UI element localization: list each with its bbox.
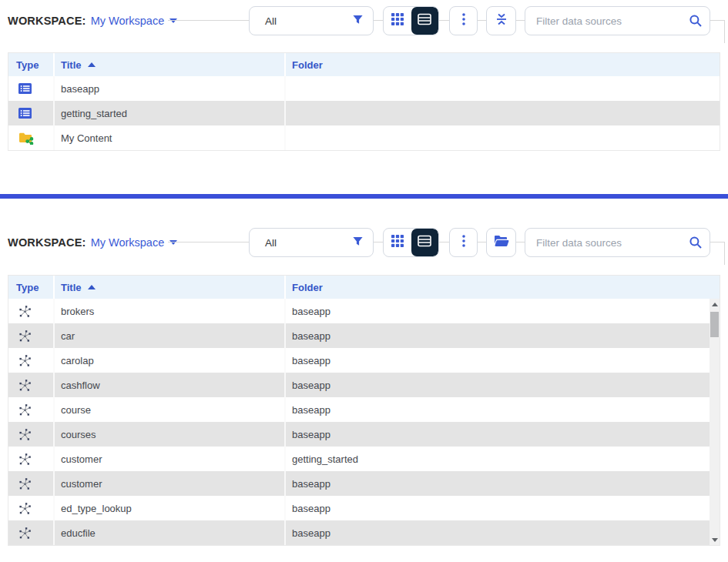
scroll-up-arrow-icon[interactable]	[710, 299, 720, 309]
data-source-icon	[18, 354, 32, 367]
row-folder	[286, 101, 720, 125]
table-row[interactable]: baseapp	[8, 76, 720, 101]
table-row[interactable]: carbaseapp	[8, 323, 720, 348]
row-type-cell	[8, 422, 55, 447]
connector-line	[478, 242, 486, 243]
table-row[interactable]: customerbaseapp	[8, 471, 720, 496]
workspace-label: WORKSPACE:	[8, 236, 86, 249]
table-row[interactable]: coursebaseapp	[8, 397, 720, 422]
column-header-type[interactable]: Type	[8, 276, 55, 299]
connector-line	[478, 20, 486, 21]
type-filter-dropdown[interactable]: All	[249, 6, 374, 35]
row-type-cell	[8, 299, 55, 323]
collapse-button[interactable]	[486, 6, 516, 35]
list-view-button[interactable]	[411, 229, 439, 256]
row-type-cell	[8, 125, 55, 150]
grid-view-icon	[391, 235, 404, 250]
kebab-menu-icon	[462, 13, 465, 28]
scroll-down-arrow-icon[interactable]	[710, 534, 720, 545]
funnel-icon	[352, 236, 364, 250]
row-folder: baseapp	[286, 397, 720, 422]
table-row[interactable]: coursesbaseapp	[8, 422, 720, 447]
type-filter-value: All	[265, 15, 277, 27]
kebab-menu-icon	[462, 235, 465, 250]
row-type-cell	[8, 348, 55, 373]
list-view-icon	[418, 13, 431, 28]
table-row[interactable]: getting_started	[8, 101, 720, 125]
grid-view-button[interactable]	[384, 229, 411, 256]
row-type-cell	[8, 447, 55, 471]
row-title: getting_started	[55, 101, 286, 125]
connector-line	[374, 20, 383, 21]
panel-top: WORKSPACE: My Workspace All	[0, 0, 728, 194]
row-folder	[286, 125, 720, 150]
type-filter-value: All	[265, 237, 277, 249]
more-options-button[interactable]	[449, 228, 478, 257]
row-title: courses	[55, 422, 286, 447]
data-source-icon	[18, 428, 32, 441]
row-folder: getting_started	[286, 447, 720, 471]
vertical-scrollbar[interactable]	[710, 299, 720, 545]
application-folder-icon	[18, 82, 32, 95]
table-row[interactable]: customergetting_started	[8, 447, 720, 471]
row-type-cell	[8, 323, 55, 348]
row-title: cashflow	[55, 373, 286, 397]
column-header-type[interactable]: Type	[8, 53, 55, 76]
search-input[interactable]	[535, 15, 685, 28]
row-type-cell	[8, 397, 55, 422]
column-label: Title	[61, 282, 82, 293]
open-folder-button[interactable]	[486, 228, 516, 257]
table-row[interactable]: cashflowbaseapp	[8, 373, 720, 397]
table-row[interactable]: ed_type_lookupbaseapp	[8, 496, 720, 520]
workspace-name: My Workspace	[91, 15, 165, 27]
table-row[interactable]: My Content	[8, 125, 720, 150]
connector-line	[724, 20, 725, 43]
list-view-button[interactable]	[411, 7, 439, 35]
data-source-icon	[18, 477, 32, 490]
row-folder: baseapp	[286, 299, 720, 323]
table-row[interactable]: brokersbaseapp	[8, 299, 720, 323]
column-header-title[interactable]: Title	[55, 53, 286, 76]
open-folder-icon	[494, 235, 509, 250]
connector-line	[516, 242, 525, 243]
column-header-folder[interactable]: Folder	[286, 53, 720, 76]
column-label: Title	[61, 59, 82, 71]
search-icon[interactable]	[689, 236, 703, 253]
row-type-cell	[8, 373, 55, 397]
table-header: Type Title Folder	[8, 53, 720, 76]
table-row[interactable]: carolapbaseapp	[8, 348, 720, 373]
workspace-selector[interactable]: WORKSPACE: My Workspace	[8, 228, 177, 257]
search-input[interactable]	[535, 236, 685, 249]
scrollbar-thumb[interactable]	[710, 312, 719, 337]
row-folder	[286, 76, 720, 101]
more-options-button[interactable]	[449, 6, 478, 35]
row-title: brokers	[55, 299, 286, 323]
column-label: Type	[16, 282, 39, 293]
row-folder: baseapp	[286, 471, 720, 496]
connector-line	[439, 242, 449, 243]
row-type-cell	[8, 496, 55, 520]
search-field	[525, 6, 710, 35]
column-header-folder[interactable]: Folder	[286, 276, 720, 299]
connector-line	[710, 242, 725, 243]
data-source-icon	[18, 527, 32, 540]
search-icon[interactable]	[689, 14, 703, 31]
column-label: Folder	[292, 59, 323, 71]
row-folder: baseapp	[286, 348, 720, 373]
type-filter-dropdown[interactable]: All	[249, 228, 374, 257]
row-title: baseapp	[55, 76, 286, 101]
connector-line	[168, 242, 249, 243]
grid-view-button[interactable]	[384, 7, 411, 35]
view-toggle-group	[383, 6, 439, 35]
connector-line	[710, 20, 725, 21]
table-row[interactable]: educfilebaseapp	[8, 520, 720, 545]
column-header-title[interactable]: Title	[55, 276, 286, 299]
row-type-cell	[8, 76, 55, 101]
data-source-icon	[18, 305, 32, 318]
data-source-selector-screen: WORKSPACE: My Workspace All	[0, 0, 728, 562]
row-folder: baseapp	[286, 422, 720, 447]
data-source-icon	[18, 502, 32, 515]
workspace-selector[interactable]: WORKSPACE: My Workspace	[8, 6, 177, 35]
data-source-icon	[18, 403, 32, 416]
view-toggle-group	[383, 228, 439, 257]
